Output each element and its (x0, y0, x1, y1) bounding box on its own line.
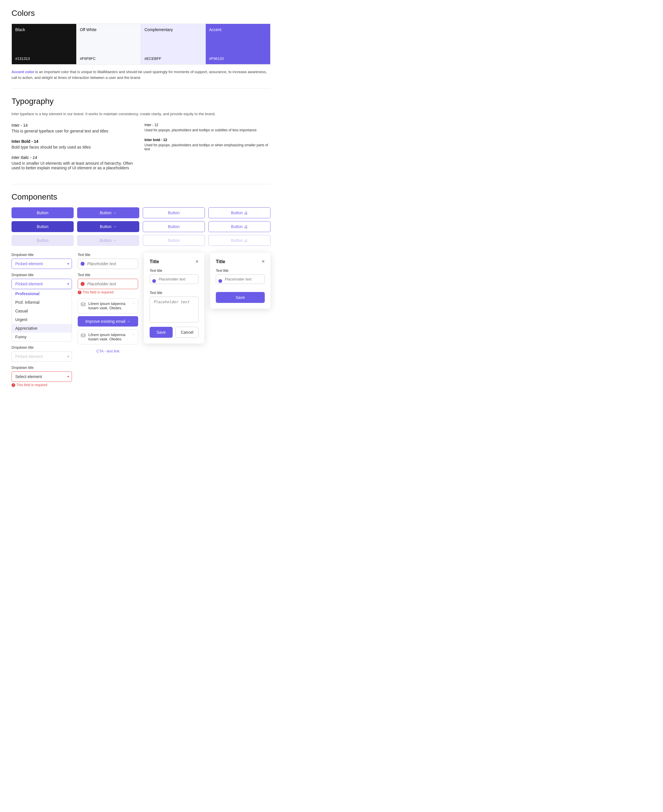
dropdown-2-label: Dropdown title (11, 273, 72, 277)
btn-disabled-outline-1: Button (143, 235, 205, 246)
text-input-2[interactable] (78, 279, 138, 289)
text-input-1[interactable] (78, 259, 138, 269)
col-modal-1: Title × Text title Text title Save Cance… (144, 253, 204, 344)
svg-rect-0 (81, 303, 85, 306)
modal-1-input-wrapper (150, 274, 199, 287)
modal-2-text-label: Text title (216, 269, 265, 273)
modal-2-input[interactable] (216, 274, 265, 284)
modal-2-input-icon (218, 279, 222, 283)
modal-1-input-icon (152, 279, 156, 283)
typography-grid: Inter - 14 This is general typeface user… (11, 123, 270, 176)
email-card-2-text: Lõrem ipsum talpenna tusam vask. Oledes. (88, 332, 129, 341)
swatch-complementary-hex: #ECEBFF (144, 57, 202, 61)
buttons-row-1: Button Button → Button Button 🖨 (11, 207, 270, 218)
text-input-2-label: Text title (78, 273, 138, 277)
typo-desc-5: Used in smaller UI elements with at leas… (11, 161, 137, 170)
typo-label-2: Inter - 12 (144, 123, 270, 127)
typo-desc-4: Used for popups, placeholders and toolti… (144, 143, 270, 151)
btn-disabled-arrow-1: Button → (77, 235, 139, 246)
dropdown-2-group: Dropdown title Picked element ▾ Professi… (11, 273, 72, 342)
modal-1-save-button[interactable]: Save (150, 327, 173, 338)
dropdown-2-open-container: Picked element ▾ Professional Prof. Info… (11, 279, 72, 342)
dropdown-2-select[interactable]: Picked element (11, 279, 72, 289)
btn-dark-1[interactable]: Button (11, 221, 74, 232)
buttons-row-2: Button Button → Button Button 🖨 (11, 221, 270, 232)
swatch-black: Black #131313 (12, 24, 76, 64)
dropdown-1-wrapper[interactable]: Picked element ▾ (11, 259, 72, 269)
dropdown-option-prof-informal[interactable]: Prof. Informal (12, 298, 72, 307)
btn-primary-arrow-1[interactable]: Button → (77, 207, 139, 218)
email-card-2-icon (81, 333, 86, 339)
dropdown-2-select-display[interactable]: Picked element ▾ (11, 279, 72, 289)
swatch-black-name: Black (15, 28, 73, 32)
typo-label-5: Inter Italic - 14 (11, 155, 137, 160)
dropdown-option-casual[interactable]: Casual (12, 307, 72, 315)
colors-section-title: Colors (11, 9, 270, 18)
email-card-1-info: ··· (132, 301, 135, 306)
col-modal-2: Title × Text title Save (210, 253, 270, 309)
text-input-2-wrapper (78, 279, 138, 289)
typo-item-5: Inter Italic - 14 Used in smaller UI ele… (11, 155, 137, 170)
col-dropdowns: Dropdown title Picked element ▾ Dropdown… (11, 253, 72, 391)
swatch-offwhite: Off White #F6F8FC (76, 24, 141, 64)
accent-note: Accent color is an important color that … (11, 69, 270, 80)
text-input-2-group: Text title ! This field is required (78, 273, 138, 294)
text-input-1-label: Text title (78, 253, 138, 257)
accent-highlight: Accent color (11, 70, 34, 74)
modal-1-cancel-button[interactable]: Cancel (176, 327, 199, 338)
btn-primary-1[interactable]: Button (11, 207, 74, 218)
buttons-row-3: Button Button → Button Button 🖨 (11, 235, 270, 246)
modal-2-title: Title (216, 259, 225, 264)
modal-2-close-button[interactable]: × (262, 259, 265, 265)
error-circle-icon: ! (11, 383, 15, 387)
btn-outline-2[interactable]: Button (143, 221, 205, 232)
color-swatches-grid: Black #131313 Off White #F6F8FC Compleme… (11, 24, 270, 65)
swatch-offwhite-name: Off White (80, 28, 137, 32)
typo-item-1: Inter - 14 This is general typeface user… (11, 123, 137, 133)
improve-email-button[interactable]: Improve existing email → (78, 316, 138, 327)
btn-outline-icon-1[interactable]: Button 🖨 (209, 207, 270, 218)
modal-1-textarea[interactable] (150, 297, 199, 323)
btn-disabled-1: Button (11, 235, 74, 246)
dropdown-4-group: Dropdown title Select element ▾ ! This f… (11, 366, 72, 387)
dropdown-4-select[interactable]: Select element (11, 371, 72, 382)
svg-rect-1 (81, 334, 85, 337)
swatch-black-hex: #131313 (15, 57, 73, 61)
email-card-1[interactable]: Lõrem ipsum talpenna tusam vask. Oledes.… (78, 298, 138, 313)
dropdown-4-wrapper[interactable]: Select element ▾ (11, 371, 72, 382)
components-lower-grid: Dropdown title Picked element ▾ Dropdown… (11, 253, 270, 391)
modal-1-title: Title (150, 259, 159, 264)
btn-outline-icon-2[interactable]: Button 🖨 (209, 221, 270, 232)
modal-1-input[interactable] (150, 274, 199, 284)
dropdown-3-select: Picked element (11, 351, 72, 361)
typo-label-4: Inter bold - 12 (144, 138, 270, 142)
btn-dark-arrow-1[interactable]: Button → (77, 221, 139, 232)
dropdown-option-appreciative[interactable]: Appreciative (12, 324, 72, 332)
email-card-2-info: ··· (132, 332, 135, 337)
typo-col-left: Inter - 14 This is general typeface user… (11, 123, 137, 176)
modal-1-header: Title × (150, 259, 199, 265)
typo-item-2: Inter - 12 Used for popups, placeholders… (144, 123, 270, 132)
typo-desc-3: Bold type faces should be only used as t… (11, 145, 137, 149)
typo-item-4: Inter bold - 12 Used for popups, placeho… (144, 138, 270, 151)
dropdown-1-select[interactable]: Picked element (11, 259, 72, 269)
modal-1-textarea-label: Text title (150, 291, 199, 295)
dropdown-option-professional[interactable]: Professional (12, 289, 72, 298)
modal-1-btn-row: Save Cancel (150, 327, 199, 338)
divider-1 (11, 88, 270, 89)
typography-section-title: Typography (11, 97, 270, 106)
components-section-title: Components (11, 192, 270, 201)
modal-1-close-button[interactable]: × (196, 259, 199, 265)
swatch-complementary: Complementary #ECEBFF (141, 24, 206, 64)
typo-item-3: Inter Bold - 14 Bold type faces should b… (11, 139, 137, 149)
btn-outline-1[interactable]: Button (143, 207, 205, 218)
cta-text-link[interactable]: CTA - text link (78, 349, 138, 353)
typo-desc-2: Used for popups, placeholders and toolti… (144, 128, 270, 132)
modal-2-save-button[interactable]: Save (216, 292, 265, 303)
email-card-2[interactable]: Lõrem ipsum talpenna tusam vask. Oledes.… (78, 329, 138, 344)
dropdown-option-urgent[interactable]: Urgent (12, 315, 72, 324)
dropdown-4-label: Dropdown title (11, 366, 72, 370)
dropdown-option-funny[interactable]: Funny (12, 332, 72, 341)
typo-label-1: Inter - 14 (11, 123, 137, 128)
typo-desc-1: This is general typeface user for genera… (11, 129, 137, 133)
